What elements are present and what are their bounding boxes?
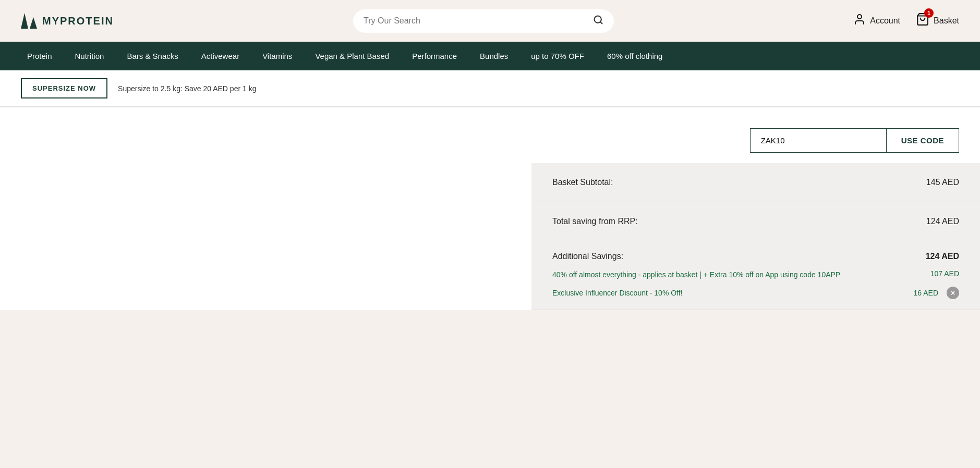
logo-bar-right xyxy=(30,17,37,29)
nav-item-vitamins[interactable]: Vitamins xyxy=(251,42,304,70)
nav-item-nutrition[interactable]: Nutrition xyxy=(64,42,116,70)
nav-item-vegan[interactable]: Vegan & Plant Based xyxy=(304,42,401,70)
subtotal-value: 145 AED xyxy=(926,178,959,187)
account-button[interactable]: Account xyxy=(853,13,900,29)
logo-bar-left xyxy=(21,13,28,29)
nav-item-activewear[interactable]: Activewear xyxy=(190,42,251,70)
additional-savings-label: Additional Savings: xyxy=(552,252,623,261)
supersize-description: Supersize to 2.5 kg: Save 20 AED per 1 k… xyxy=(118,84,256,93)
influencer-row: Exclusive Influencer Discount - 10% Off!… xyxy=(552,287,959,299)
svg-point-2 xyxy=(857,15,862,19)
nav-item-performance[interactable]: Performance xyxy=(401,42,468,70)
supersize-button[interactable]: SUPERSIZE NOW xyxy=(21,78,107,98)
use-code-button[interactable]: USE CODE xyxy=(886,129,959,152)
nav-item-70off[interactable]: up to 70% OFF xyxy=(519,42,596,70)
search-button[interactable] xyxy=(593,15,603,28)
nav-item-protein[interactable]: Protein xyxy=(16,42,64,70)
promo-section: USE CODE xyxy=(0,107,980,163)
nav-item-bundles[interactable]: Bundles xyxy=(468,42,519,70)
svg-line-1 xyxy=(600,21,602,23)
influencer-value: 16 AED xyxy=(914,289,938,297)
basket-label: Basket xyxy=(934,16,959,26)
saving-rrp-row: Total saving from RRP: 124 AED xyxy=(531,202,980,241)
saving-rrp-label: Total saving from RRP: xyxy=(552,217,638,226)
discount-40-row: 40% off almost everything - applies at b… xyxy=(552,269,959,280)
subtotal-row: Basket Subtotal: 145 AED xyxy=(531,163,980,202)
remove-influencer-button[interactable]: × xyxy=(947,287,959,299)
influencer-right: 16 AED × xyxy=(914,287,959,299)
logo-icon xyxy=(21,13,37,29)
account-label: Account xyxy=(870,16,900,26)
additional-savings-row: Additional Savings: 124 AED 40% off almo… xyxy=(531,241,980,310)
account-icon xyxy=(853,13,866,29)
influencer-label: Exclusive Influencer Discount - 10% Off! xyxy=(552,289,683,297)
nav: Protein Nutrition Bars & Snacks Activewe… xyxy=(0,42,980,70)
additional-savings-value: 124 AED xyxy=(926,252,959,261)
basket-button[interactable]: 1 Basket xyxy=(916,13,959,29)
subtotal-label: Basket Subtotal: xyxy=(552,178,613,187)
nav-item-60off-clothing[interactable]: 60% off clothing xyxy=(596,42,674,70)
search-bar xyxy=(353,9,614,33)
additional-savings-main: Additional Savings: 124 AED xyxy=(552,252,959,261)
basket-badge: 1 xyxy=(924,8,934,18)
summary-box: Basket Subtotal: 145 AED Total saving fr… xyxy=(531,163,980,310)
promo-input-wrap: USE CODE xyxy=(750,128,959,153)
search-input[interactable] xyxy=(364,16,588,26)
promo-code-input[interactable] xyxy=(751,129,886,152)
search-icon xyxy=(593,15,603,25)
header-right: Account 1 Basket xyxy=(853,13,959,29)
summary-section: Basket Subtotal: 145 AED Total saving fr… xyxy=(0,163,980,310)
discount-40-value: 107 AED xyxy=(930,269,959,278)
nav-item-bars-snacks[interactable]: Bars & Snacks xyxy=(115,42,189,70)
logo-text: MYPROTEIN xyxy=(42,15,114,27)
supersize-bar: SUPERSIZE NOW Supersize to 2.5 kg: Save … xyxy=(0,70,980,107)
discount-40-label: 40% off almost everything - applies at b… xyxy=(552,269,840,280)
basket-icon-wrap: 1 xyxy=(916,13,929,29)
header: MYPROTEIN Account xyxy=(0,0,980,42)
logo-area: MYPROTEIN xyxy=(21,13,114,29)
saving-rrp-value: 124 AED xyxy=(926,217,959,226)
